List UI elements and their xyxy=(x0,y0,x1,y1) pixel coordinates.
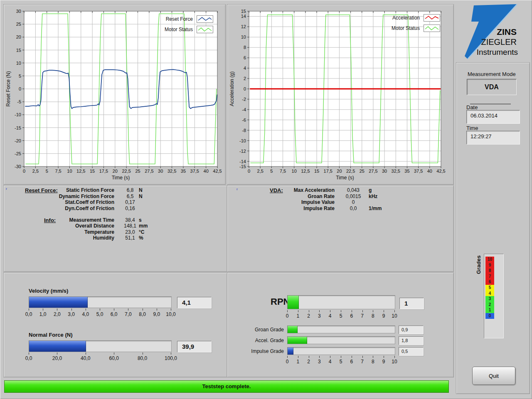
tick-mark xyxy=(171,308,171,311)
sidebar-panel: Measurement Mode VDA Date 06.03.2014 Tim… xyxy=(456,62,530,394)
slider-fill xyxy=(29,297,88,308)
tick-label: 2,0 xyxy=(54,311,61,317)
time-value: 12:29:27 xyxy=(466,131,520,144)
velocity-slider[interactable] xyxy=(29,296,172,308)
tick-mark xyxy=(319,310,320,312)
tick-mark xyxy=(114,352,114,355)
tick-mark xyxy=(330,310,330,312)
svg-text:8: 8 xyxy=(244,45,246,50)
svg-text:Time (s): Time (s) xyxy=(112,175,130,181)
tick-label: 5,0 xyxy=(96,311,103,317)
svg-text:-4: -4 xyxy=(242,107,246,112)
svg-text:12: 12 xyxy=(241,24,246,29)
legend-sample-icon[interactable] xyxy=(197,26,213,33)
quit-button[interactable]: Quit xyxy=(472,367,515,385)
svg-text:42,5: 42,5 xyxy=(213,169,222,174)
svg-text:25: 25 xyxy=(135,169,140,174)
svg-text:5: 5 xyxy=(270,169,273,174)
tick-mark xyxy=(171,352,171,355)
svg-text:Acceleration (g): Acceleration (g) xyxy=(229,71,235,106)
svg-text:15: 15 xyxy=(16,48,21,53)
normal-force-value[interactable]: 39,9 xyxy=(177,341,212,352)
slider-fill xyxy=(29,341,86,352)
tick-label: 6,0 xyxy=(111,311,118,317)
application-window: 02,557,51012,51517,52022,52527,53032,535… xyxy=(0,0,532,399)
tick-label: 1 xyxy=(296,359,299,365)
svg-text:32,5: 32,5 xyxy=(167,169,176,174)
legend-entry[interactable]: Motor Status xyxy=(165,26,213,33)
tick-label: 0 xyxy=(286,313,289,319)
tick-label: 40,0 xyxy=(81,355,90,361)
accel-grade-value: 1,8 xyxy=(399,336,424,345)
svg-text:37,5: 37,5 xyxy=(414,169,423,174)
svg-text:4: 4 xyxy=(244,66,246,71)
svg-text:-15: -15 xyxy=(15,125,21,130)
svg-text:20: 20 xyxy=(113,169,118,174)
svg-text:15: 15 xyxy=(90,169,95,174)
tick-label: 3 xyxy=(318,359,321,365)
tick-label: 7,0 xyxy=(125,311,132,317)
result-row: Max Acceleration0,043g xyxy=(227,187,453,193)
tick-label: 10 xyxy=(392,313,397,319)
velocity-value[interactable]: 4,1 xyxy=(177,297,212,308)
svg-text:27,5: 27,5 xyxy=(145,169,153,174)
svg-text:17,5: 17,5 xyxy=(99,169,108,174)
legend-label: Motor Status xyxy=(165,27,193,32)
legend-entry[interactable]: Reset Force xyxy=(165,15,213,23)
tick-label: 6 xyxy=(350,313,353,319)
result-row: Dynamic Friction Force6,5N xyxy=(4,193,227,200)
result-row: Overall Distance148,1mm xyxy=(4,223,227,229)
tick-label: 9 xyxy=(382,359,385,365)
plot-legend: AccelerationMotor Status xyxy=(392,14,440,32)
tick-label: 4 xyxy=(329,313,332,319)
result-row: Static Friction Force6,8N xyxy=(4,187,227,193)
svg-text:30: 30 xyxy=(382,169,387,174)
svg-text:-12: -12 xyxy=(239,149,246,154)
svg-text:2,5: 2,5 xyxy=(32,169,39,174)
svg-text:15: 15 xyxy=(314,169,319,174)
result-row: Groan Rate0,0015kHz xyxy=(227,193,453,200)
legend-entry[interactable]: Motor Status xyxy=(392,24,440,32)
tick-label: 80,0 xyxy=(138,355,147,361)
legend-sample-icon[interactable] xyxy=(424,24,440,32)
legend-sample-icon[interactable] xyxy=(424,14,440,22)
slider-fill xyxy=(288,326,298,333)
groan-grade-value: 0,9 xyxy=(399,326,424,334)
accel-grade-label: Accel. Grade xyxy=(229,338,284,343)
tick-label: 10 xyxy=(392,359,397,365)
status-bar: Teststep complete. xyxy=(4,380,449,393)
svg-text:Reset Force (N): Reset Force (N) xyxy=(5,71,11,106)
svg-text:0: 0 xyxy=(244,86,246,91)
logo-line2: ZIEGLER xyxy=(481,37,517,47)
tick-mark xyxy=(341,356,341,358)
svg-text:-2: -2 xyxy=(242,97,246,102)
velocity-scale: 0,01,02,03,04,05,06,07,08,09,010,0 xyxy=(29,308,171,318)
svg-text:17,5: 17,5 xyxy=(324,169,332,174)
svg-text:-15: -15 xyxy=(239,164,246,169)
tick-mark xyxy=(352,356,352,358)
tick-mark xyxy=(309,310,309,312)
legend-sample-icon[interactable] xyxy=(197,15,213,23)
svg-text:0: 0 xyxy=(248,169,250,174)
tick-label: 0,0 xyxy=(25,355,32,361)
tick-mark xyxy=(86,308,86,311)
legend-label: Acceleration xyxy=(392,15,420,21)
normal-force-slider[interactable] xyxy=(29,340,172,352)
tick-label: 0,0 xyxy=(25,311,32,317)
result-row: Stat.Coeff of Friction0,17 xyxy=(4,199,227,206)
svg-text:25: 25 xyxy=(16,22,21,27)
result-row: Humidity51,1% xyxy=(4,235,227,241)
tick-label: 7 xyxy=(361,359,364,365)
reset-force-chart-panel: 02,557,51012,51517,52022,52527,53032,535… xyxy=(3,4,226,185)
svg-text:10: 10 xyxy=(241,34,246,39)
acceleration-chart: 02,557,51012,51517,52022,52527,53032,535… xyxy=(227,5,453,184)
tick-label: 5 xyxy=(340,359,342,365)
svg-text:-10: -10 xyxy=(239,138,246,143)
time-label: Time xyxy=(466,125,478,131)
tick-mark xyxy=(29,352,29,355)
groan-grade-indicator xyxy=(287,326,395,333)
tick-mark xyxy=(86,352,86,355)
grade-cell-4: 4 xyxy=(485,291,494,296)
legend-entry[interactable]: Acceleration xyxy=(392,14,440,22)
tick-mark xyxy=(287,356,288,358)
